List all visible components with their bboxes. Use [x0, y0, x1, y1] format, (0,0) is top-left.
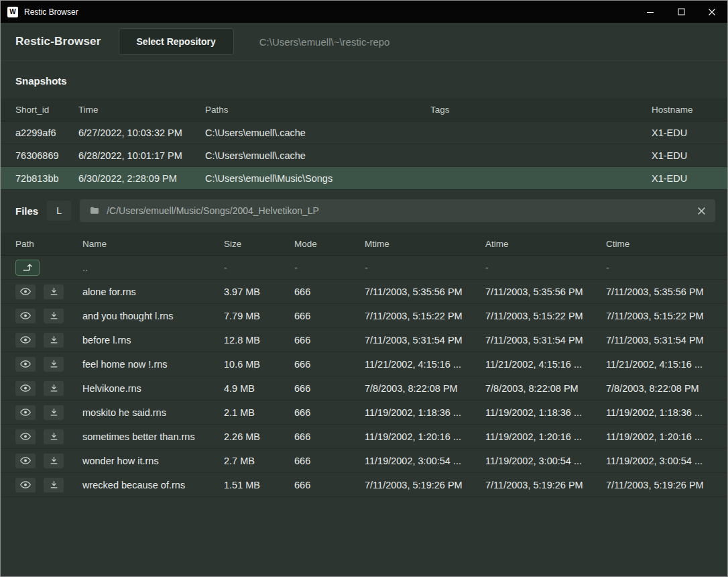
column-header-atime: Atime — [485, 239, 606, 249]
snapshots-table-header: Short_id Time Paths Tags Hostname — [1, 97, 727, 121]
download-icon — [50, 311, 58, 320]
file-mode: 666 — [294, 431, 365, 442]
restore-file-button[interactable] — [44, 454, 64, 468]
file-mtime: 7/11/2003, 5:15:22 PM — [365, 311, 485, 321]
eye-icon — [20, 408, 31, 417]
snapshot-paths: C:\Users\emuell\Music\Songs — [205, 173, 430, 184]
restore-file-button[interactable] — [44, 284, 64, 299]
file-mode: 666 — [294, 335, 365, 346]
download-icon — [50, 408, 58, 417]
preview-file-button[interactable] — [15, 333, 36, 348]
snapshot-time: 6/28/2022, 10:01:17 PM — [78, 150, 205, 161]
file-name: alone for.rns — [82, 286, 224, 297]
restore-file-button[interactable] — [44, 381, 64, 396]
restore-file-button[interactable] — [44, 333, 64, 348]
restore-file-button[interactable] — [44, 478, 64, 492]
files-l-button[interactable]: L — [47, 201, 71, 221]
file-ctime: 7/11/2003, 5:19:26 PM — [606, 480, 713, 490]
snapshot-row[interactable]: a2299af6 6/27/2022, 10:03:32 PM C:\Users… — [1, 121, 727, 144]
file-row[interactable]: feel home now !.rns 10.6 MB 666 11/21/20… — [1, 352, 727, 376]
maximize-button[interactable] — [666, 1, 696, 23]
file-row[interactable]: Helvikone.rns 4.9 MB 666 7/8/2003, 8:22:… — [1, 376, 727, 401]
snapshot-paths: C:\Users\emuell\.cache — [205, 127, 430, 138]
column-header-tags: Tags — [430, 105, 652, 115]
snapshot-row[interactable]: 76306869 6/28/2022, 10:01:17 PM C:\Users… — [1, 144, 727, 167]
preview-file-button[interactable] — [15, 309, 36, 323]
file-mode: 666 — [294, 383, 365, 394]
restore-file-button[interactable] — [44, 429, 64, 444]
preview-file-button[interactable] — [15, 284, 36, 299]
preview-file-button[interactable] — [15, 454, 36, 468]
file-size: 10.6 MB — [224, 359, 294, 370]
file-ctime: 11/19/2002, 1:20:16 ... — [606, 431, 713, 442]
app-title: Restic-Browser — [15, 35, 101, 48]
maximize-icon — [678, 8, 685, 15]
file-atime: 7/11/2003, 5:19:26 PM — [485, 480, 606, 490]
file-mode: 666 — [294, 480, 365, 490]
file-atime: 7/11/2003, 5:15:22 PM — [485, 311, 606, 321]
preview-file-button[interactable] — [15, 478, 36, 492]
file-atime: 7/8/2003, 8:22:08 PM — [485, 383, 606, 394]
file-size: 2.7 MB — [224, 456, 294, 466]
snapshot-row[interactable]: 72b813bb 6/30/2022, 2:28:09 PM C:\Users\… — [1, 167, 727, 190]
column-header-time: Time — [78, 105, 205, 115]
file-mtime: 7/11/2003, 5:35:56 PM — [365, 286, 485, 297]
file-mode: 666 — [294, 456, 365, 466]
column-header-path: Path — [15, 239, 82, 249]
file-size: 2.26 MB — [224, 431, 294, 442]
preview-file-button[interactable] — [15, 381, 36, 396]
select-repository-button[interactable]: Select Repository — [119, 28, 234, 55]
file-ctime: 11/19/2002, 1:18:36 ... — [606, 407, 713, 418]
file-mode: 666 — [294, 311, 365, 321]
column-header-ctime: Ctime — [606, 239, 713, 249]
restore-file-button[interactable] — [44, 357, 64, 372]
restore-file-button[interactable] — [44, 405, 64, 420]
file-row[interactable]: before l.rns 12.8 MB 666 7/11/2003, 5:31… — [1, 328, 727, 352]
file-row[interactable]: moskito he said.rns 2.1 MB 666 11/19/200… — [1, 401, 727, 425]
file-name: and you thought l.rns — [82, 311, 224, 321]
minimize-button[interactable] — [635, 1, 666, 23]
file-name: wrecked because of.rns — [82, 480, 224, 490]
snapshots-section-title: Snapshots — [1, 61, 727, 97]
file-atime: 11/19/2002, 3:00:54 ... — [485, 456, 606, 466]
eye-icon — [20, 480, 31, 489]
snapshot-short-id: 76306869 — [15, 150, 78, 161]
preview-file-button[interactable] — [15, 429, 36, 444]
parent-directory-name: .. — [82, 262, 224, 273]
file-row[interactable]: wonder how it.rns 2.7 MB 666 11/19/2002,… — [1, 449, 727, 473]
close-icon — [708, 8, 716, 16]
file-name: Helvikone.rns — [82, 383, 224, 394]
file-atime: 11/21/2002, 4:15:16 ... — [485, 359, 606, 370]
files-toolbar: Files L /C/Users/emuell/Music/Songs/2004… — [15, 199, 715, 222]
file-row[interactable]: sometimes better than.rns 2.26 MB 666 11… — [1, 425, 727, 449]
file-row[interactable]: wrecked because of.rns 1.51 MB 666 7/11/… — [1, 473, 727, 497]
eye-icon — [20, 335, 31, 344]
file-row[interactable]: and you thought l.rns 7.79 MB 666 7/11/2… — [1, 304, 727, 328]
preview-file-button[interactable] — [15, 405, 36, 420]
snapshot-time: 6/30/2022, 2:28:09 PM — [78, 173, 205, 184]
files-table-body: alone for.rns 3.97 MB 666 7/11/2003, 5:3… — [1, 280, 727, 497]
file-atime: 11/19/2002, 1:18:36 ... — [485, 407, 606, 418]
file-name: sometimes better than.rns — [82, 431, 224, 442]
minimize-icon — [646, 8, 654, 16]
preview-file-button[interactable] — [15, 357, 36, 372]
eye-icon — [20, 384, 31, 392]
download-icon — [50, 360, 58, 368]
file-row[interactable]: alone for.rns 3.97 MB 666 7/11/2003, 5:3… — [1, 280, 727, 304]
clear-path-icon — [697, 207, 706, 215]
file-size: 7.79 MB — [224, 311, 294, 321]
file-path-input[interactable]: /C/Users/emuell/Music/Songs/2004_Helveti… — [80, 199, 715, 222]
parent-directory-button[interactable] — [15, 260, 40, 276]
parent-directory-size: - — [224, 262, 294, 273]
eye-icon — [20, 432, 31, 441]
restore-file-button[interactable] — [44, 309, 64, 323]
close-button[interactable] — [696, 1, 727, 23]
clear-path-button[interactable] — [697, 207, 706, 215]
repository-path-input[interactable]: C:\Users\emuell\~\restic-repo — [259, 36, 713, 48]
file-mtime: 7/11/2003, 5:19:26 PM — [365, 480, 485, 490]
parent-directory-mtime: - — [365, 262, 485, 273]
app-header: Restic-Browser Select Repository C:\User… — [1, 23, 727, 61]
file-path-text: /C/Users/emuell/Music/Songs/2004_Helveti… — [107, 205, 319, 216]
file-name: feel home now !.rns — [82, 359, 224, 370]
parent-directory-row[interactable]: .. - - - - - — [1, 256, 727, 280]
